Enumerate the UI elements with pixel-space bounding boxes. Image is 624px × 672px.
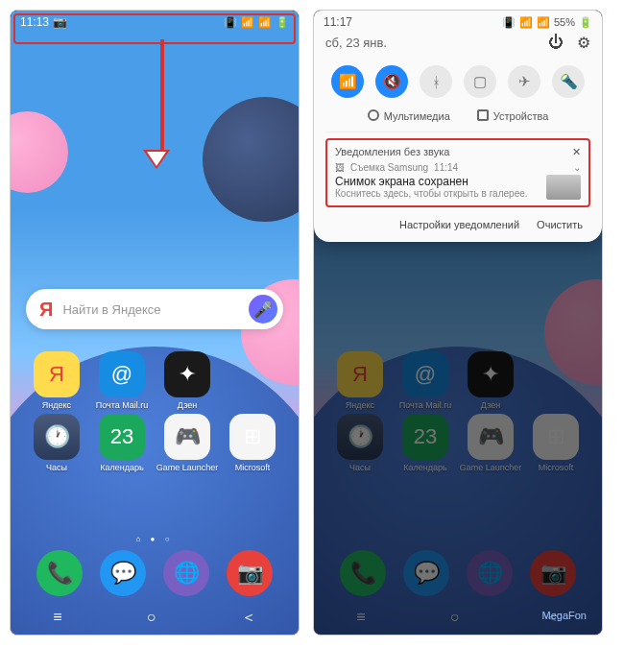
search-placeholder: Найти в Яндексе	[62, 302, 249, 317]
multimedia-button[interactable]: Мультимедиа	[368, 109, 450, 122]
app-Microsoft[interactable]: ⊞Microsoft	[220, 414, 285, 472]
status-bar: 11:17 📳 📶 📶 55% 🔋	[314, 11, 602, 34]
clear-all-button[interactable]: Очистить	[537, 219, 583, 230]
notification-settings-button[interactable]: Настройки уведомлений	[399, 219, 519, 230]
devices-button[interactable]: Устройства	[477, 109, 549, 122]
power-icon[interactable]: ⏻	[548, 34, 564, 52]
app-grid: ЯЯндекс@Почта Mail.ru✦Дзен🕐Часы23Календа…	[11, 351, 299, 472]
recents-button[interactable]: ≡	[53, 609, 61, 626]
app-📷[interactable]: 📷	[227, 550, 273, 596]
notification-thumbnail[interactable]	[546, 175, 581, 200]
app-icon: ⊞	[229, 414, 276, 460]
qs-airplane[interactable]: ✈	[508, 65, 540, 98]
app-Дзен[interactable]: ✦Дзен	[155, 351, 220, 410]
qs-wifi[interactable]: 📶	[331, 65, 364, 98]
yandex-logo-icon: Я	[39, 299, 53, 321]
chevron-down-icon[interactable]: ⌄	[573, 162, 581, 173]
panel-date: сб, 23 янв.	[325, 36, 387, 50]
dock: 📞💬🌐📷	[11, 550, 299, 596]
vibrate-icon: 📳	[502, 16, 516, 29]
battery-percent: 55%	[554, 16, 575, 28]
voice-search-icon[interactable]: 🎤	[249, 295, 277, 324]
app-icon: @	[99, 351, 145, 397]
media-devices-row: Мультимедиа Устройства	[325, 109, 590, 132]
app-icon	[229, 351, 276, 397]
notification-subtitle: Коснитесь здесь, чтобы открыть в галерее…	[335, 188, 528, 199]
page-indicator[interactable]: ⌂ ● ○	[11, 535, 299, 543]
app-icon: 🎮	[164, 414, 210, 460]
navigation-bar: ≡ ○ ＜	[11, 600, 299, 635]
app-icon: ✦	[164, 351, 210, 397]
notification-shade[interactable]: сб, 23 янв. ⏻ ⚙ 📶🔇ᚼ▢✈🔦 Мультимедиа Устро…	[314, 11, 602, 242]
app-icon: Я	[34, 351, 80, 397]
signal-icon: 📶	[537, 16, 550, 29]
app-Часы[interactable]: 🕐Часы	[24, 414, 89, 472]
qs-bluetooth[interactable]: ᚼ	[420, 65, 452, 98]
battery-icon: 🔋	[579, 16, 592, 29]
carrier-label: MegaFon	[542, 610, 587, 621]
qs-flash[interactable]: 🔦	[552, 65, 585, 98]
notification-card[interactable]: Уведомления без звука ✕ 🖼 Съемка Samsung…	[325, 138, 590, 207]
gallery-icon: 🖼	[335, 162, 345, 173]
app-Календарь[interactable]: 23Календарь	[89, 414, 155, 472]
app-label: Яндекс	[42, 400, 71, 410]
settings-icon[interactable]: ⚙	[577, 34, 590, 52]
app-Яндекс[interactable]: ЯЯндекс	[24, 351, 89, 410]
phone-homescreen: 11:13 📷 📳 📶 📶 🔋 Я Найти в Яндексе 🎤 ЯЯнд…	[10, 10, 300, 636]
app-📞[interactable]: 📞	[36, 550, 83, 596]
close-icon[interactable]: ✕	[572, 146, 581, 158]
wifi-icon: 📶	[519, 16, 533, 29]
app-[interactable]	[220, 351, 285, 410]
qs-sound[interactable]: 🔇	[375, 65, 408, 98]
app-Почта Mail.ru[interactable]: @Почта Mail.ru	[89, 351, 155, 410]
app-Game Launcher[interactable]: 🎮Game Launcher	[155, 414, 220, 472]
app-label: Часы	[46, 463, 67, 472]
app-icon: 🕐	[34, 414, 80, 460]
qs-rotate[interactable]: ▢	[464, 65, 496, 98]
app-label: Дзен	[178, 400, 197, 410]
search-widget[interactable]: Я Найти в Яндексе 🎤	[26, 289, 283, 329]
app-label: Game Launcher	[156, 463, 219, 472]
notification-section-title: Уведомления без звука	[335, 146, 449, 158]
app-icon: 📞	[36, 550, 83, 596]
status-time: 11:17	[324, 15, 352, 29]
app-label: Microsoft	[235, 463, 271, 472]
app-label: Почта Mail.ru	[96, 400, 149, 410]
phone-notification-panel: ЯЯндекс@Почта Mail.ru✦Дзен🕐Часы23Календа…	[313, 10, 603, 636]
app-icon: 📷	[227, 550, 273, 596]
app-icon: 💬	[100, 550, 146, 596]
app-💬[interactable]: 💬	[100, 550, 146, 596]
app-🌐[interactable]: 🌐	[163, 550, 209, 596]
app-icon: 🌐	[163, 550, 209, 596]
annotation-swipe-down-arrow	[155, 39, 170, 166]
notification-title: Снимок экрана сохранен	[335, 175, 528, 188]
app-icon: 23	[99, 414, 145, 460]
app-label: Календарь	[100, 463, 143, 472]
notification-time: 11:14	[434, 162, 458, 173]
back-button[interactable]: ＜	[241, 608, 256, 628]
home-button[interactable]: ○	[147, 609, 156, 626]
notification-app-name: Съемка Samsung	[350, 162, 428, 173]
quick-settings: 📶🔇ᚼ▢✈🔦	[325, 60, 590, 109]
